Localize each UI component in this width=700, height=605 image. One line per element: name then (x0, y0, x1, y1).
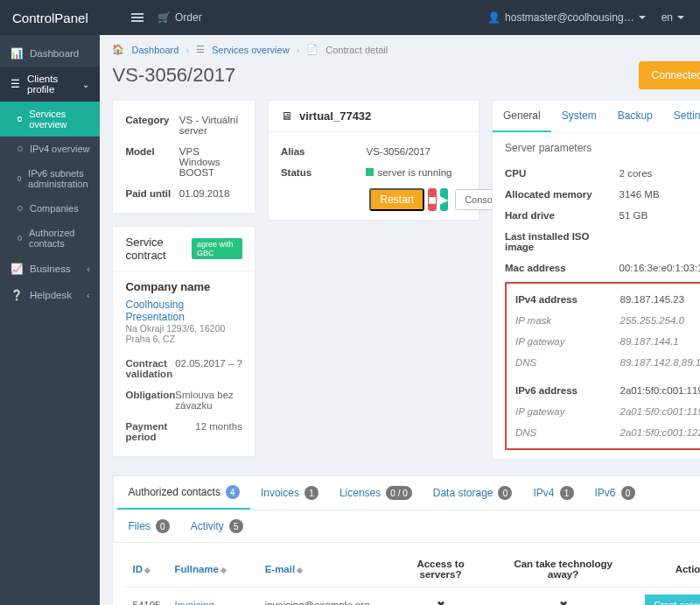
stop-button[interactable]: ◼ (428, 188, 437, 211)
brand[interactable]: ControlPanel (0, 11, 122, 25)
network-highlight-box: IPv4 address89.187.145.23IP mask255.255.… (505, 282, 700, 450)
contacts-table: ID◆ Fullname◆ E-mail◆ Access to servers?… (125, 552, 700, 605)
restart-button[interactable]: Restart (369, 188, 424, 211)
sidebar-sub-2[interactable]: IPv6 subnets administration (0, 161, 100, 196)
pill-files[interactable]: Files 0 (117, 510, 179, 542)
pill-data storage[interactable]: Data storage 0 (423, 476, 523, 510)
count-badge: 5 (229, 519, 243, 533)
connected-button[interactable]: Connected (639, 61, 700, 89)
status-dot-icon (366, 168, 374, 176)
gbc-badge: agree with GBC (192, 238, 242, 259)
count-badge: 0 (156, 519, 170, 533)
pill-ipv6[interactable]: IPv6 0 (584, 476, 646, 510)
circle-icon (18, 176, 21, 181)
count-badge: 0 (621, 486, 635, 500)
sidebar-dashboard[interactable]: 📊 Dashboard (0, 40, 100, 67)
count-badge: 0 (498, 486, 512, 500)
contract-header: Service contract agree with GBC (113, 227, 254, 271)
circle-icon (18, 206, 23, 211)
breadcrumb-services[interactable]: Services overview (212, 45, 290, 55)
count-badge: 1 (304, 486, 318, 500)
circle-icon (18, 236, 22, 241)
company-name-label: Company name (125, 280, 242, 299)
count-badge: 0 / 0 (386, 486, 411, 500)
th-access: Access to servers? (388, 552, 492, 587)
tab-backup[interactable]: Backup (607, 101, 663, 132)
sidebar-sub-0[interactable]: Services overview (0, 102, 100, 137)
circle-icon (18, 146, 23, 151)
pill-activity[interactable]: Activity 5 (180, 510, 254, 542)
tab-system[interactable]: System (551, 101, 607, 132)
pill-authorized contacts[interactable]: Authorized contacts 4 (117, 476, 249, 510)
sidebar: 📊 Dashboard ☰ Clients profile⌄ Services … (0, 35, 100, 605)
vm-header: 🖥 virtual_77432 (269, 101, 479, 132)
pill-invoices[interactable]: Invoices 1 (250, 476, 329, 510)
lang-menu[interactable]: en (662, 11, 684, 24)
chevron-down-icon (677, 16, 684, 23)
menu-toggle-icon[interactable] (131, 13, 144, 22)
contact-link[interactable]: Invoicing (174, 600, 214, 605)
sidebar-sub-1[interactable]: IPv4 overview (0, 137, 100, 161)
company-address: Na Okraji 1293/6, 16200 Praha 6, CZ (125, 323, 242, 344)
th-takeaway: Can take technology away? (493, 552, 634, 587)
th-email[interactable]: E-mail◆ (258, 552, 389, 587)
user-menu[interactable]: 👤 hostmaster@coolhousing… (487, 11, 646, 24)
count-badge: 1 (560, 486, 574, 500)
sidebar-business[interactable]: 📈 Business‹ (0, 256, 100, 282)
sidebar-sub-3[interactable]: Companies (0, 196, 100, 221)
status-text: server is running (377, 167, 452, 178)
tab-settings[interactable]: Settings (663, 101, 700, 132)
grant-access-button[interactable]: Grant access to CP (645, 594, 700, 605)
pill-ipv4[interactable]: IPv4 1 (522, 476, 584, 510)
order-link[interactable]: 🛒 Order (158, 11, 202, 24)
breadcrumb-contract: Contract detail (326, 45, 388, 55)
th-id[interactable]: ID◆ (125, 552, 167, 587)
play-button[interactable]: ▶ (440, 188, 448, 211)
table-row: 54105Invoicinginvoicing@example.org✖✖Gra… (125, 587, 700, 606)
sidebar-sub-4[interactable]: Authorized contacts (0, 221, 100, 256)
sidebar-helpdesk[interactable]: ❔ Helpdesk‹ (0, 282, 100, 308)
company-link[interactable]: Coolhousing Presentation (125, 299, 184, 323)
pill-licenses[interactable]: Licenses 0 / 0 (329, 476, 423, 510)
th-fullname[interactable]: Fullname◆ (167, 552, 257, 587)
server-params-title: Server parameters (505, 142, 700, 154)
breadcrumb: 🏠 Dashboard› ☰ Services overview› 📄 Cont… (112, 44, 700, 55)
chevron-down-icon (639, 16, 646, 23)
th-actions: Actions (634, 552, 700, 587)
sidebar-clients-profile[interactable]: ☰ Clients profile⌄ (0, 67, 100, 102)
page-title: VS-3056/2017 (112, 64, 235, 87)
circle-icon (18, 116, 22, 122)
breadcrumb-dashboard[interactable]: Dashboard (131, 45, 178, 55)
tab-general[interactable]: General (493, 101, 551, 132)
count-badge: 4 (226, 485, 240, 499)
